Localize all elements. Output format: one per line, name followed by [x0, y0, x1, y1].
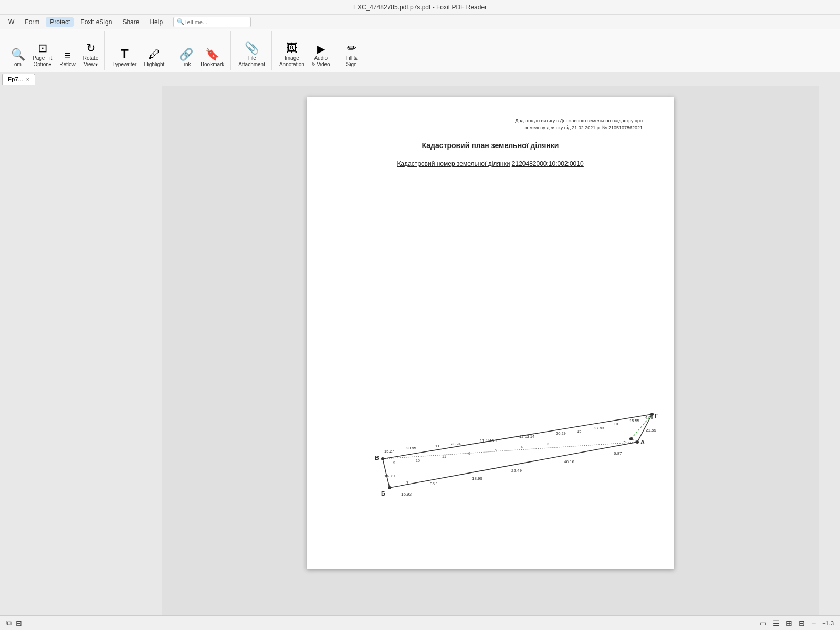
ribbon-group-annotate: T Typewriter 🖊 Highlight	[106, 32, 171, 70]
bookmark-label: Bookmark	[201, 61, 224, 68]
menu-foxit-esign[interactable]: Foxit eSign	[76, 17, 116, 27]
ribbon-group-media: 🖼 ImageAnnotation ▶ Audio& Video	[273, 32, 337, 70]
meas-361: 36.1	[430, 481, 438, 486]
highlight-button[interactable]: 🖊 Highlight	[141, 34, 167, 70]
menu-help[interactable]: Help	[145, 17, 167, 27]
pdf-cadastral-section: Кадастровий номер земельної ділянки 2120…	[338, 160, 643, 167]
reflow-button[interactable]: ≡ Reflow	[56, 34, 79, 70]
meas-12-13: 12 13 14	[519, 434, 534, 439]
typewriter-icon: T	[121, 48, 129, 60]
pdf-header: Додаток до витягу з Державного земельног…	[338, 118, 643, 131]
left-panel	[0, 86, 162, 615]
tab-close-button[interactable]: ×	[26, 77, 29, 82]
pdf-header-line1: Додаток до витягу з Державного земельног…	[338, 118, 643, 124]
search-box[interactable]: 🔍	[173, 17, 251, 27]
cadastral-label: Кадастровий номер земельної ділянки	[397, 160, 510, 167]
ribbon-group-view: 🔍 om ⊡ Page FitOption▾ ≡ Reflow ↻ Rotate…	[4, 32, 105, 70]
menu-protect[interactable]: Protect	[46, 17, 74, 27]
two-page-icon[interactable]: ⊞	[786, 619, 792, 627]
meas-1555: 15.55	[629, 418, 639, 423]
right-panel	[819, 86, 840, 615]
meas-2324: 23.24	[451, 442, 461, 446]
link-button[interactable]: 🔗 Link	[175, 34, 196, 70]
ribbon-group-attachment: 📎 FileAttachment	[232, 32, 272, 70]
audio-video-button[interactable]: ▶ Audio& Video	[309, 34, 333, 70]
typewriter-button[interactable]: T Typewriter	[109, 34, 140, 70]
point-Б	[388, 486, 391, 489]
highlight-label: Highlight	[144, 61, 164, 68]
status-right: ▭ ☰ ⊞ ⊟ − +1.3	[760, 618, 834, 628]
ribbon-group-links: 🔗 Link 🔖 Bookmark	[172, 32, 231, 70]
page-fit-button[interactable]: ⊡ Page FitOption▾	[29, 34, 55, 70]
int-9: 9	[393, 461, 395, 465]
menu-bar: W Form Protect Foxit eSign Share Help 🔍	[0, 15, 840, 29]
title-bar: EXC_47482785.pdf.p7s.pdf - Foxit PDF Rea…	[0, 0, 840, 15]
copy-icon[interactable]: ⧉	[6, 618, 12, 627]
label-A: А	[640, 439, 645, 445]
fill-sign-icon: ✏	[347, 43, 356, 54]
bookmark-icon: 🔖	[205, 49, 219, 60]
link-icon: 🔗	[179, 49, 193, 60]
document-tab[interactable]: Ep7... ×	[2, 74, 35, 85]
file-attachment-button[interactable]: 📎 FileAttachment	[235, 34, 268, 70]
meas-11445: 11.4415.2	[480, 438, 497, 443]
image-annotation-label: ImageAnnotation	[279, 55, 304, 68]
interior-line	[383, 442, 637, 459]
int-6: 6	[468, 452, 470, 455]
continuous-icon[interactable]: ☰	[773, 619, 780, 627]
meas-687: 6.87	[614, 451, 622, 456]
int-4: 4	[521, 445, 523, 449]
menu-share[interactable]: Share	[118, 17, 143, 27]
zoom-from-button[interactable]: 🔍 om	[7, 34, 28, 70]
rotate-label: RotateView▾	[83, 55, 98, 68]
zoom-label: om	[14, 61, 22, 68]
status-bar: ⧉ ⊟ ▭ ☰ ⊞ ⊟ − +1.3	[0, 615, 840, 630]
menu-form[interactable]: Form	[20, 17, 44, 27]
page-fit-icon: ⊡	[38, 43, 47, 54]
menu-w[interactable]: W	[4, 17, 18, 27]
cadastral-number: 2120482000:10:002:0010	[512, 160, 584, 167]
search-input[interactable]	[184, 19, 247, 25]
int-5: 5	[495, 448, 497, 452]
meas-11: 11	[435, 444, 439, 448]
main-area: Додаток до витягу з Державного земельног…	[0, 86, 840, 615]
thumbnail-icon[interactable]: ⊟	[799, 619, 805, 627]
int-10: 10	[416, 459, 420, 463]
paste-icon[interactable]: ⊟	[16, 619, 22, 627]
tab-label: Ep7...	[8, 76, 23, 82]
label-Б: Б	[381, 490, 385, 497]
single-page-icon[interactable]: ▭	[760, 619, 766, 627]
pdf-title: Кадастровий план земельної ділянки	[338, 141, 643, 150]
rotate-view-button[interactable]: ↻ RotateView▾	[80, 34, 101, 70]
fill-sign-button[interactable]: ✏ Fill &Sign	[341, 34, 362, 70]
label-2: 2	[623, 440, 626, 445]
zoom-value: +1.3	[822, 620, 834, 626]
file-attachment-icon: 📎	[245, 43, 259, 54]
reflow-label: Reflow	[59, 61, 76, 68]
audio-video-label: Audio& Video	[312, 55, 330, 68]
meas-1479: 14.79	[384, 474, 395, 478]
bookmark-button[interactable]: 🔖 Bookmark	[197, 34, 227, 70]
reflow-icon: ≡	[65, 50, 71, 60]
meas-15: 15	[577, 429, 581, 434]
ribbon: 🔍 om ⊡ Page FitOption▾ ≡ Reflow ↻ Rotate…	[0, 29, 840, 72]
meas-2159: 21.59	[646, 428, 657, 433]
label-B: В	[375, 455, 379, 461]
pdf-area[interactable]: Додаток до витягу з Державного земельног…	[162, 86, 819, 615]
meas-2395: 23.95	[406, 446, 416, 450]
land-plot-svg: В Б А Г 2 14.79 7 36.1 18.99 22.49 46.16…	[338, 412, 674, 506]
image-annotation-icon: 🖼	[286, 43, 298, 54]
meas-4616: 46.16	[564, 459, 575, 464]
link-label: Link	[181, 61, 191, 68]
window-title: EXC_47482785.pdf.p7s.pdf - Foxit PDF Rea…	[353, 4, 487, 11]
typewriter-label: Typewriter	[112, 61, 136, 68]
land-plot: В Б А Г 2 14.79 7 36.1 18.99 22.49 46.16…	[338, 412, 643, 506]
zoom-out-button[interactable]: −	[811, 618, 816, 628]
search-icon: 🔍	[177, 18, 184, 25]
meas-2793: 27.93	[594, 426, 604, 430]
page-fit-label: Page FitOption▾	[33, 55, 52, 68]
meas-1899: 18.99	[472, 476, 483, 481]
highlight-icon: 🖊	[149, 49, 160, 60]
meas-7: 7	[406, 480, 409, 485]
image-annotation-button[interactable]: 🖼 ImageAnnotation	[276, 34, 308, 70]
